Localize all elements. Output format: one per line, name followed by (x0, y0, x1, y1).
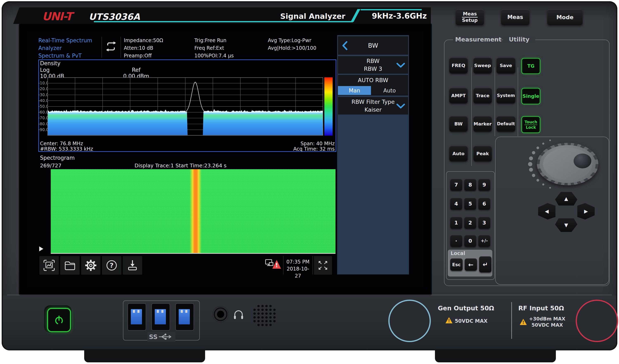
bw-key[interactable]: BW (449, 116, 468, 132)
density-scale-type[interactable]: Log (40, 67, 50, 73)
numpad-2[interactable]: 2 (464, 217, 476, 229)
meas-button[interactable]: Meas (501, 9, 529, 25)
meas-setup-top-label: Meas (462, 11, 478, 17)
headphone-jack[interactable] (212, 306, 229, 322)
knob-dot (529, 168, 533, 172)
menu-item-rbw[interactable]: RBW RBW 3 (338, 56, 408, 74)
n-connector-metal (396, 308, 423, 334)
numpad-7[interactable]: 7 (450, 179, 462, 191)
filter-dropdown-icon[interactable] (396, 103, 405, 109)
touch-lock-key[interactable]: Touch Lock (521, 116, 540, 133)
rotary-knob[interactable] (537, 143, 598, 185)
menu-header-bw[interactable]: BW (338, 36, 408, 55)
numpad-3[interactable]: 3 (478, 217, 490, 229)
rbw-readout[interactable]: #RBW: 533.3333 kHz (40, 146, 93, 152)
numpad-6[interactable]: 6 (478, 198, 490, 210)
menu-back-icon[interactable] (342, 41, 348, 50)
numpad-plus-minus[interactable]: +/- (478, 235, 490, 247)
lock-label: Lock (526, 125, 536, 130)
acq-time-readout[interactable]: Acq Time: 32 ms (279, 146, 335, 152)
utility-section-label: Utility (503, 36, 535, 43)
numpad-decimal[interactable]: · (450, 235, 462, 247)
knob-dot (549, 140, 551, 141)
span-readout[interactable]: Span: 40 MHz (279, 141, 335, 146)
rf-warning-icon: ! (520, 319, 527, 325)
rbw-dropdown-icon[interactable] (396, 62, 405, 68)
gen-output-connector (388, 300, 431, 342)
meas-label: Meas (507, 14, 523, 20)
save-key[interactable]: Save (496, 57, 515, 73)
usb-port-3[interactable] (175, 303, 194, 331)
usb-port-1[interactable] (127, 303, 146, 331)
info-poi: 100%POI:7.4 μs (194, 52, 234, 60)
numpad-1[interactable]: 1 (450, 217, 462, 229)
svg-text:!: ! (448, 318, 450, 323)
esc-key[interactable]: Esc (450, 258, 463, 271)
menu-title: BW (338, 42, 408, 49)
auto-key[interactable]: Auto (449, 146, 468, 161)
sweep-key[interactable]: Sweep (473, 57, 492, 73)
gen-warning-text: 50VDC MAX (455, 318, 488, 324)
device-foot-right (435, 349, 556, 362)
right-arrow-icon: ▶ (584, 209, 588, 214)
spectrogram-heatmap (51, 169, 336, 254)
numpad-8[interactable]: 8 (464, 179, 476, 191)
auto-rbw-man-option[interactable]: Man (338, 86, 371, 95)
backspace-icon: ← (468, 261, 473, 268)
spectrogram-trace-info[interactable]: Display Trace:1 Start Time:23.264 s (135, 163, 226, 168)
freq-key[interactable]: FREQ (449, 57, 468, 73)
analyzer-mode-label[interactable]: Real-Time Spectrum Analyzer Spectrum & P… (38, 37, 100, 60)
meas-setup-button[interactable]: Meas Setup (456, 9, 484, 25)
peak-label: Peak (477, 151, 489, 156)
mode-line-2: Analyzer (38, 44, 100, 52)
trace-key[interactable]: Trace (473, 88, 492, 103)
usb-port-2[interactable] (152, 303, 170, 331)
frequency-range-label: 9kHz-3.6GHz (372, 12, 427, 20)
single-key[interactable]: Single (521, 88, 540, 104)
digit-label: 4 (454, 201, 458, 207)
marker-key[interactable]: Marker (473, 116, 492, 132)
sweep-label: Sweep (474, 63, 491, 68)
brand-logo: UNI-T (42, 10, 72, 23)
digit-label: 7 (454, 182, 458, 188)
ampt-key[interactable]: AMPT (449, 88, 468, 103)
rf-warning-text-1: +30dBm MAX (529, 316, 565, 322)
info-column-2: Trig:Free Run Freq Ref:Ext 100%POI:7.4 μ… (194, 37, 234, 60)
system-key[interactable]: System (496, 88, 515, 103)
help-button[interactable]: ? (102, 256, 122, 275)
numpad-4[interactable]: 4 (450, 198, 462, 210)
center-freq-readout[interactable]: Center: 76.8 MHz (40, 141, 83, 146)
auto-rbw-auto-option[interactable]: Auto (371, 86, 408, 95)
network-warning-icon[interactable]: ! (265, 258, 282, 272)
numpad-0[interactable]: 0 (464, 235, 476, 247)
info-impedance: Impedance:50Ω (124, 37, 163, 44)
knob-dot (536, 146, 539, 149)
y-tick: -50.0 (38, 104, 47, 109)
backspace-key[interactable]: ← (465, 258, 477, 271)
fullscreen-button[interactable] (314, 256, 332, 275)
numpad-9[interactable]: 9 (478, 179, 490, 191)
settings-button[interactable] (81, 256, 101, 275)
continuous-sweep-icon[interactable] (104, 41, 118, 52)
menu-item-filter-type[interactable]: RBW Filter Type Kaiser (338, 97, 408, 114)
save-button[interactable] (123, 256, 142, 275)
instrument-front-panel: UNI-T UTS3036A Signal Analyzer 9kHz-3.6G… (0, 0, 619, 364)
mode-label: Mode (556, 14, 573, 20)
clock-readout[interactable]: 07:35 PM 2018-10-27 (284, 258, 312, 280)
tg-key[interactable]: TG (521, 58, 540, 74)
system-label: System (497, 93, 515, 98)
info-avg-hold: Avg|Hold:>100/100 (268, 44, 316, 52)
usb-tongue (155, 309, 166, 324)
screenshot-button[interactable] (39, 256, 59, 275)
numpad-5[interactable]: 5 (464, 198, 476, 210)
rf-input-label: RF Input 50Ω (518, 305, 564, 312)
default-key[interactable]: Default (496, 116, 515, 132)
play-marker-icon (39, 246, 43, 251)
y-tick: -40.0 (38, 98, 47, 103)
file-browser-button[interactable] (60, 256, 80, 275)
product-type-label: Signal Analyzer (280, 12, 345, 20)
peak-key[interactable]: Peak (473, 146, 492, 161)
mode-button[interactable]: Mode (547, 9, 583, 25)
power-button[interactable] (47, 308, 71, 332)
enter-key[interactable]: ↵ (479, 256, 492, 272)
